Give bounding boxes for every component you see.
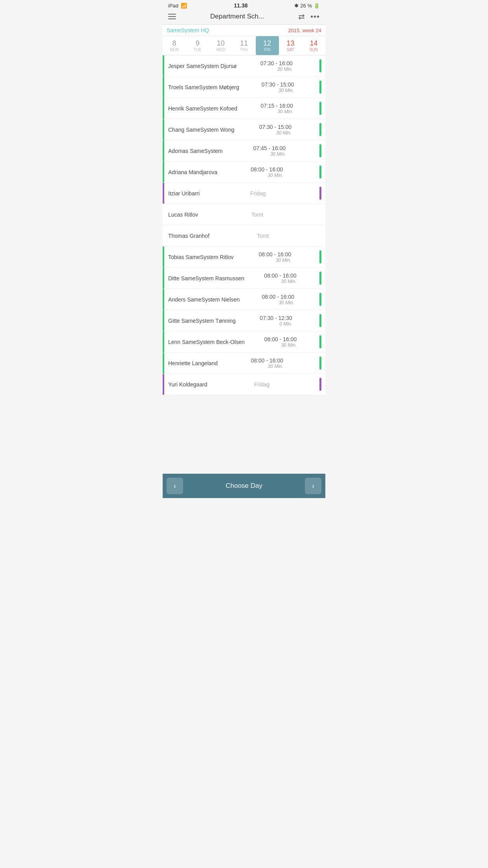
employee-name: Lenn SameSystem Beck-Olsen [168, 339, 245, 345]
nav-left [168, 12, 176, 21]
employee-row[interactable]: Itziar Uribarri Fridag [163, 183, 325, 204]
hamburger-icon[interactable] [168, 12, 176, 21]
bluetooth-icon: ✱ [294, 3, 299, 9]
employee-name: Henriette Langeland [168, 360, 218, 366]
left-accent [163, 77, 164, 97]
nav-bar: Department Sch... ⇄ ••• [163, 10, 325, 25]
right-accent [319, 314, 321, 327]
right-accent [319, 229, 321, 242]
week-info-bar: SameSystem HQ 2015, week 24 [163, 25, 325, 36]
employee-name: Tobias SameSystem Ritlov [168, 254, 234, 260]
left-accent [163, 353, 164, 373]
day-selector: 8MON9TUE10WED11THU12FRI13SAT14SUN [163, 36, 325, 55]
employee-name: Lucas Ritlov [168, 211, 198, 218]
employee-row[interactable]: Adomas SameSystem 07:45 - 16:0030 Min. [163, 140, 325, 162]
employee-row[interactable]: Troels SameSystem Møbjerg 07:30 - 15:003… [163, 77, 325, 98]
day-item-14[interactable]: 14SUN [302, 36, 325, 55]
right-accent [319, 208, 321, 221]
employee-row[interactable]: Henriette Langeland 08:00 - 16:0030 Min. [163, 353, 325, 374]
day-item-8[interactable]: 8MON [163, 36, 186, 55]
day-item-12[interactable]: 12FRI [256, 36, 279, 55]
employee-name: Troels SameSystem Møbjerg [168, 84, 239, 90]
right-accent [319, 144, 321, 157]
week-label: 2015, week 24 [288, 28, 321, 33]
employee-row[interactable]: Lenn SameSystem Beck-Olsen 08:00 - 16:00… [163, 331, 325, 353]
status-right: ✱ 26 % 🔋 [294, 3, 320, 9]
left-accent [163, 246, 164, 267]
employee-name: Yuri Koldegaard [168, 381, 207, 388]
year-label: 2015, [288, 28, 301, 33]
day-item-11[interactable]: 11THU [232, 36, 255, 55]
employee-row[interactable]: Adriana Mandjarova 08:00 - 16:0030 Min. [163, 162, 325, 183]
employee-row[interactable]: Thomas Granhof Tomt [163, 225, 325, 246]
employee-row[interactable]: Tobias SameSystem Ritlov 08:00 - 16:0030… [163, 246, 325, 268]
right-accent [319, 166, 321, 178]
employee-row[interactable]: Jesper SameSystem Djursø 07:30 - 16:0030… [163, 55, 325, 77]
nav-right: ⇄ ••• [298, 12, 320, 21]
status-left: iPad 📶 [168, 3, 187, 9]
right-accent [319, 357, 321, 370]
next-day-button[interactable]: › [305, 478, 321, 494]
left-accent [163, 140, 164, 161]
employee-row[interactable]: Anders SameSystem Nielsen 08:00 - 16:003… [163, 289, 325, 310]
employee-name: Chang SameSystem Wong [168, 127, 235, 133]
left-accent [163, 183, 164, 204]
right-accent [319, 250, 321, 263]
left-accent [163, 162, 164, 182]
battery-label: 26 % [300, 3, 312, 9]
right-accent [319, 335, 321, 348]
employee-name: Adomas SameSystem [168, 148, 223, 154]
left-accent [163, 55, 164, 76]
employee-name: Gitte SameSystem Tønning [168, 318, 236, 324]
day-item-9[interactable]: 9TUE [186, 36, 209, 55]
bottom-bar: ‹ Choose Day › [163, 474, 325, 498]
right-accent [319, 272, 321, 285]
employee-list: Jesper SameSystem Djursø 07:30 - 16:0030… [163, 55, 325, 395]
more-dots-icon[interactable]: ••• [310, 12, 320, 21]
employee-name: Adriana Mandjarova [168, 169, 217, 175]
employee-row[interactable]: Gitte SameSystem Tønning 07:30 - 12:300 … [163, 310, 325, 331]
main-content: Jesper SameSystem Djursø 07:30 - 16:0030… [163, 55, 325, 474]
employee-row[interactable]: Chang SameSystem Wong 07:30 - 15:0030 Mi… [163, 119, 325, 140]
left-accent [163, 310, 164, 331]
employee-name: Itziar Uribarri [168, 190, 200, 197]
day-item-13[interactable]: 13SAT [279, 36, 302, 55]
right-accent [319, 81, 321, 94]
wifi-icon: 📶 [181, 3, 187, 9]
left-accent [163, 225, 164, 246]
employee-row[interactable]: Ditte SameSystem Rasmussen 08:00 - 16:00… [163, 268, 325, 289]
right-accent [319, 187, 321, 200]
right-accent [319, 378, 321, 391]
left-accent [163, 374, 164, 395]
shuffle-icon[interactable]: ⇄ [298, 12, 305, 21]
day-item-10[interactable]: 10WED [209, 36, 232, 55]
nav-title: Department Sch... [210, 13, 264, 20]
left-accent [163, 289, 164, 310]
prev-day-button[interactable]: ‹ [167, 478, 183, 494]
empty-space [163, 395, 325, 474]
employee-name: Thomas Granhof [168, 233, 209, 239]
left-accent [163, 268, 164, 289]
right-accent [319, 59, 321, 72]
employee-name: Henrik SameSystem Kofoed [168, 105, 237, 112]
employee-name: Jesper SameSystem Djursø [168, 63, 237, 69]
device-label: iPad [168, 3, 178, 9]
left-accent [163, 331, 164, 352]
organization-label: SameSystem HQ [167, 27, 209, 33]
status-time: 11.38 [234, 2, 248, 9]
employee-row[interactable]: Henrik SameSystem Kofoed 07:15 - 16:0030… [163, 98, 325, 119]
employee-row[interactable]: Lucas Ritlov Tomt [163, 204, 325, 225]
week-number: week 24 [303, 28, 321, 33]
right-accent [319, 102, 321, 115]
choose-day-button[interactable]: Choose Day [186, 478, 302, 494]
employee-row[interactable]: Yuri Koldegaard Fridag [163, 374, 325, 395]
left-accent [163, 119, 164, 140]
battery-icon: 🔋 [314, 3, 320, 9]
right-accent [319, 123, 321, 136]
employee-name: Anders SameSystem Nielsen [168, 296, 240, 303]
right-accent [319, 293, 321, 306]
status-bar: iPad 📶 11.38 ✱ 26 % 🔋 [163, 0, 325, 10]
employee-name: Ditte SameSystem Rasmussen [168, 275, 244, 281]
left-accent [163, 98, 164, 119]
left-accent [163, 204, 164, 225]
